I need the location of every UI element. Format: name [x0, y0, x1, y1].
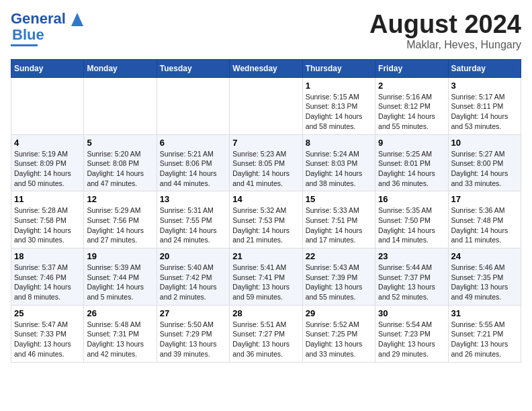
day-number: 26 — [87, 308, 153, 318]
calendar-body: 1Sunrise: 5:15 AMSunset: 8:13 PMDaylight… — [11, 77, 521, 362]
day-info: Sunrise: 5:23 AMSunset: 8:05 PMDaylight:… — [232, 149, 299, 189]
day-number: 9 — [378, 138, 445, 148]
logo-text: General — [11, 11, 83, 27]
header-cell-thursday: Thursday — [302, 59, 375, 77]
day-info: Sunrise: 5:39 AMSunset: 7:44 PMDaylight:… — [87, 263, 153, 302]
calendar-cell: 23Sunrise: 5:44 AMSunset: 7:37 PMDayligh… — [375, 248, 448, 306]
day-number: 13 — [160, 194, 226, 204]
day-number: 21 — [232, 251, 299, 261]
day-info: Sunrise: 5:35 AMSunset: 7:50 PMDaylight:… — [378, 205, 445, 245]
calendar-cell: 26Sunrise: 5:48 AMSunset: 7:31 PMDayligh… — [84, 305, 157, 362]
header-cell-tuesday: Tuesday — [157, 59, 229, 77]
day-info: Sunrise: 5:48 AMSunset: 7:31 PMDaylight:… — [87, 320, 153, 359]
day-number: 3 — [451, 81, 518, 91]
day-number: 19 — [87, 251, 153, 261]
day-info: Sunrise: 5:24 AMSunset: 8:03 PMDaylight:… — [306, 149, 372, 189]
calendar-cell: 15Sunrise: 5:33 AMSunset: 7:51 PMDayligh… — [302, 191, 375, 248]
day-info: Sunrise: 5:27 AMSunset: 8:00 PMDaylight:… — [451, 149, 518, 189]
day-number: 11 — [14, 194, 81, 204]
day-number: 8 — [306, 138, 372, 148]
day-number: 10 — [451, 138, 518, 148]
calendar-cell: 16Sunrise: 5:35 AMSunset: 7:50 PMDayligh… — [375, 191, 448, 248]
day-info: Sunrise: 5:25 AMSunset: 8:01 PMDaylight:… — [378, 149, 445, 189]
calendar-cell: 29Sunrise: 5:52 AMSunset: 7:25 PMDayligh… — [302, 305, 375, 362]
day-number: 15 — [306, 194, 372, 204]
calendar-cell: 31Sunrise: 5:55 AMSunset: 7:21 PMDayligh… — [448, 305, 521, 362]
day-number: 24 — [451, 251, 518, 261]
calendar-table: SundayMondayTuesdayWednesdayThursdayFrid… — [11, 59, 521, 363]
day-info: Sunrise: 5:16 AMSunset: 8:12 PMDaylight:… — [378, 92, 445, 132]
calendar-cell: 5Sunrise: 5:20 AMSunset: 8:08 PMDaylight… — [84, 134, 157, 191]
calendar-cell: 19Sunrise: 5:39 AMSunset: 7:44 PMDayligh… — [84, 248, 157, 306]
title-area: August 2024 Maklar, Heves, Hungary — [369, 11, 521, 51]
day-info: Sunrise: 5:32 AMSunset: 7:53 PMDaylight:… — [232, 205, 299, 245]
day-number: 4 — [14, 138, 81, 148]
day-info: Sunrise: 5:15 AMSunset: 8:13 PMDaylight:… — [306, 92, 372, 132]
calendar-cell: 24Sunrise: 5:46 AMSunset: 7:35 PMDayligh… — [448, 248, 521, 306]
day-number: 29 — [306, 308, 372, 318]
day-info: Sunrise: 5:50 AMSunset: 7:29 PMDaylight:… — [160, 320, 226, 359]
day-number: 25 — [14, 308, 81, 318]
day-number: 22 — [306, 251, 372, 261]
calendar-week-row: 11Sunrise: 5:28 AMSunset: 7:58 PMDayligh… — [11, 191, 521, 248]
day-info: Sunrise: 5:43 AMSunset: 7:39 PMDaylight:… — [306, 263, 372, 302]
day-info: Sunrise: 5:47 AMSunset: 7:33 PMDaylight:… — [14, 320, 81, 359]
day-info: Sunrise: 5:29 AMSunset: 7:56 PMDaylight:… — [87, 205, 153, 245]
calendar-cell: 8Sunrise: 5:24 AMSunset: 8:03 PMDaylight… — [302, 134, 375, 191]
day-info: Sunrise: 5:54 AMSunset: 7:23 PMDaylight:… — [378, 320, 445, 359]
calendar-cell: 30Sunrise: 5:54 AMSunset: 7:23 PMDayligh… — [375, 305, 448, 362]
calendar-cell: 2Sunrise: 5:16 AMSunset: 8:12 PMDaylight… — [375, 77, 448, 134]
calendar-header: SundayMondayTuesdayWednesdayThursdayFrid… — [11, 59, 521, 77]
day-info: Sunrise: 5:44 AMSunset: 7:37 PMDaylight:… — [378, 263, 445, 302]
calendar-cell: 4Sunrise: 5:19 AMSunset: 8:09 PMDaylight… — [11, 134, 84, 191]
day-info: Sunrise: 5:19 AMSunset: 8:09 PMDaylight:… — [14, 149, 81, 189]
page-subtitle: Maklar, Heves, Hungary — [369, 39, 521, 51]
calendar-cell — [230, 77, 302, 134]
calendar-cell: 12Sunrise: 5:29 AMSunset: 7:56 PMDayligh… — [84, 191, 157, 248]
calendar-cell: 3Sunrise: 5:17 AMSunset: 8:11 PMDaylight… — [448, 77, 521, 134]
header-cell-monday: Monday — [84, 59, 157, 77]
logo-underline — [11, 44, 38, 46]
calendar-cell: 13Sunrise: 5:31 AMSunset: 7:55 PMDayligh… — [157, 191, 229, 248]
day-info: Sunrise: 5:36 AMSunset: 7:48 PMDaylight:… — [451, 205, 518, 245]
header-cell-sunday: Sunday — [11, 59, 84, 77]
day-info: Sunrise: 5:40 AMSunset: 7:42 PMDaylight:… — [160, 263, 226, 302]
calendar-week-row: 25Sunrise: 5:47 AMSunset: 7:33 PMDayligh… — [11, 305, 521, 362]
calendar-cell: 14Sunrise: 5:32 AMSunset: 7:53 PMDayligh… — [230, 191, 302, 248]
day-number: 5 — [87, 138, 153, 148]
day-info: Sunrise: 5:31 AMSunset: 7:55 PMDaylight:… — [160, 205, 226, 245]
calendar-cell: 9Sunrise: 5:25 AMSunset: 8:01 PMDaylight… — [375, 134, 448, 191]
header-row: SundayMondayTuesdayWednesdayThursdayFrid… — [11, 59, 521, 77]
day-info: Sunrise: 5:51 AMSunset: 7:27 PMDaylight:… — [232, 320, 299, 359]
calendar-cell: 1Sunrise: 5:15 AMSunset: 8:13 PMDaylight… — [302, 77, 375, 134]
day-number: 31 — [451, 308, 518, 318]
calendar-cell: 20Sunrise: 5:40 AMSunset: 7:42 PMDayligh… — [157, 248, 229, 306]
logo: General Blue — [11, 11, 83, 46]
day-info: Sunrise: 5:55 AMSunset: 7:21 PMDaylight:… — [451, 320, 518, 359]
day-number: 7 — [232, 138, 299, 148]
calendar-cell: 6Sunrise: 5:21 AMSunset: 8:06 PMDaylight… — [157, 134, 229, 191]
page-title: August 2024 — [369, 11, 521, 39]
svg-marker-0 — [71, 13, 83, 26]
day-info: Sunrise: 5:21 AMSunset: 8:06 PMDaylight:… — [160, 149, 226, 189]
day-number: 28 — [232, 308, 299, 318]
day-number: 17 — [451, 194, 518, 204]
day-info: Sunrise: 5:37 AMSunset: 7:46 PMDaylight:… — [14, 263, 81, 302]
day-info: Sunrise: 5:41 AMSunset: 7:41 PMDaylight:… — [232, 263, 299, 302]
day-info: Sunrise: 5:33 AMSunset: 7:51 PMDaylight:… — [306, 205, 372, 245]
day-info: Sunrise: 5:52 AMSunset: 7:25 PMDaylight:… — [306, 320, 372, 359]
day-number: 14 — [232, 194, 299, 204]
day-number: 1 — [306, 81, 372, 91]
day-info: Sunrise: 5:28 AMSunset: 7:58 PMDaylight:… — [14, 205, 81, 245]
day-number: 16 — [378, 194, 445, 204]
day-info: Sunrise: 5:46 AMSunset: 7:35 PMDaylight:… — [451, 263, 518, 302]
calendar-cell: 28Sunrise: 5:51 AMSunset: 7:27 PMDayligh… — [230, 305, 302, 362]
calendar-week-row: 1Sunrise: 5:15 AMSunset: 8:13 PMDaylight… — [11, 77, 521, 134]
calendar-week-row: 18Sunrise: 5:37 AMSunset: 7:46 PMDayligh… — [11, 248, 521, 306]
day-number: 27 — [160, 308, 226, 318]
day-number: 23 — [378, 251, 445, 261]
calendar-cell: 21Sunrise: 5:41 AMSunset: 7:41 PMDayligh… — [230, 248, 302, 306]
day-number: 20 — [160, 251, 226, 261]
day-number: 12 — [87, 194, 153, 204]
logo-blue-text: Blue — [12, 26, 44, 43]
